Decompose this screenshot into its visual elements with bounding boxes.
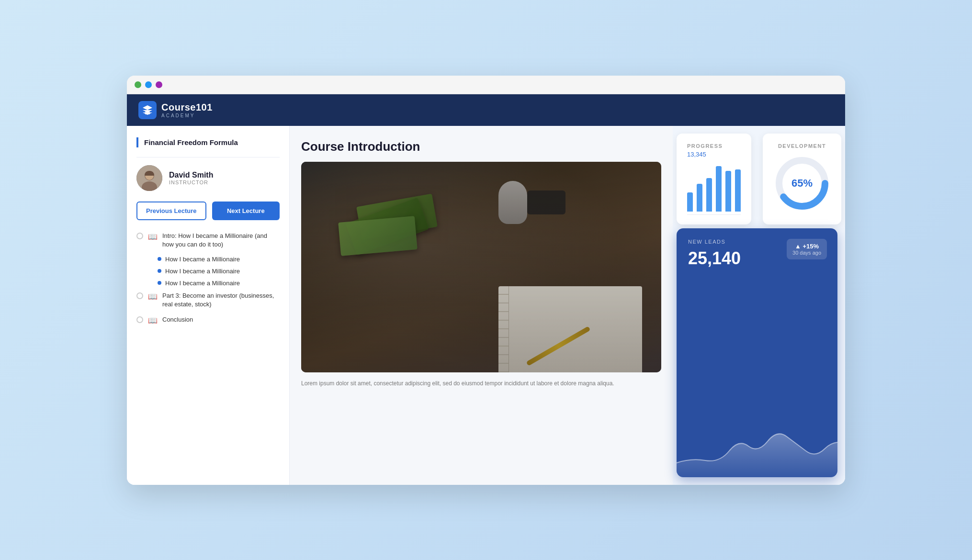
sub-item-1: How I became a Millionaire — [158, 256, 280, 263]
sidebar: Financial Freedom Formula — [127, 126, 290, 485]
outline-section-1: 📖 Intro: How I became a Millionaire (and… — [136, 232, 280, 249]
dev-widget: DEVELOPMENT 65% — [763, 134, 841, 224]
badge-days: 30 days ago — [792, 250, 821, 256]
avatar — [136, 165, 162, 191]
svg-rect-1 — [145, 112, 150, 114]
instructor-block: David Smith INSTRUCTOR — [136, 165, 280, 191]
sub-items-1: How I became a Millionaire How I became … — [158, 256, 280, 287]
outline-section-2: 📖 Part 3: Become an investor (businesses… — [136, 291, 280, 309]
badge-pct: ▲ +15% — [792, 243, 821, 250]
course-image-inner — [301, 162, 661, 372]
course-image — [301, 162, 661, 372]
instructor-info: David Smith INSTRUCTOR — [169, 171, 213, 185]
logo-text: Course101 ACADEMY — [161, 102, 213, 118]
app-layout: Course101 ACADEMY Financial Freedom Form… — [127, 94, 845, 485]
progress-widget: PROGRESS 13,345 — [677, 134, 751, 224]
book-icon-1: 📖 — [148, 232, 158, 241]
course-title-block: Financial Freedom Formula — [136, 137, 280, 147]
widgets-top-row: PROGRESS 13,345 — [673, 126, 845, 228]
book-icon-3: 📖 — [148, 316, 158, 325]
widgets-panel: PROGRESS 13,345 — [673, 126, 845, 485]
sub-item-text-1: How I became a Millionaire — [165, 256, 240, 263]
logo-area: Course101 ACADEMY — [138, 101, 213, 119]
right-area: Course Introduction — [290, 126, 845, 485]
sub-item-3: How I became a Millionaire — [158, 280, 280, 287]
donut-pct: 65% — [791, 177, 813, 190]
browser-chrome — [127, 76, 845, 94]
logo-brand: Course101 — [161, 102, 213, 113]
bar-3 — [706, 178, 712, 212]
sub-item-text-2: How I became a Millionaire — [165, 268, 240, 275]
bar-chart — [687, 164, 741, 212]
bar-1 — [687, 192, 693, 212]
bar-4 — [716, 166, 722, 212]
sub-item-2: How I became a Millionaire — [158, 268, 280, 275]
outline-section-3: 📖 Conclusion — [136, 315, 280, 325]
leads-badge: ▲ +15% 30 days ago — [787, 239, 827, 259]
course-viewer-title: Course Introduction — [301, 139, 661, 154]
section-text-3: Conclusion — [162, 315, 193, 324]
section-text-1: Intro: How I became a Millionaire (and h… — [162, 232, 280, 249]
section-radio-2[interactable] — [136, 292, 143, 299]
book-icon-2: 📖 — [148, 292, 158, 301]
course-viewer: Course Introduction — [290, 126, 673, 485]
image-overlay — [301, 162, 661, 372]
prev-lecture-button[interactable]: Previous Lecture — [136, 202, 206, 220]
instructor-name: David Smith — [169, 171, 213, 179]
next-lecture-button[interactable]: Next Lecture — [212, 202, 280, 220]
progress-label: PROGRESS — [687, 143, 741, 149]
dev-label: DEVELOPMENT — [778, 143, 826, 149]
top-nav: Course101 ACADEMY — [127, 94, 845, 126]
section-text-2: Part 3: Become an investor (businesses, … — [162, 291, 280, 309]
lecture-buttons: Previous Lecture Next Lecture — [136, 202, 280, 220]
bar-2 — [697, 184, 702, 212]
donut-container: 65% — [773, 155, 831, 212]
chart-baseline — [687, 214, 741, 215]
dot-blue — [145, 81, 152, 88]
course-title: Financial Freedom Formula — [144, 137, 280, 147]
course-description: Lorem ipsum dolor sit amet, consectetur … — [301, 379, 661, 388]
leads-area-chart — [677, 425, 837, 477]
bullet-2 — [158, 269, 161, 273]
divider-1 — [136, 157, 280, 157]
bar-5 — [725, 171, 731, 212]
dot-green — [135, 81, 141, 88]
bar-6 — [735, 169, 741, 212]
bullet-1 — [158, 257, 161, 261]
sub-item-text-3: How I became a Millionaire — [165, 280, 240, 287]
section-radio-3[interactable] — [136, 316, 143, 323]
logo-icon — [138, 101, 157, 119]
leads-widget: NEW LEADS 25,140 ▲ +15% 30 days ago — [677, 228, 837, 477]
section-radio-1[interactable] — [136, 233, 143, 239]
dot-purple — [156, 81, 162, 88]
course-outline: 📖 Intro: How I became a Millionaire (and… — [136, 232, 280, 325]
main-content: Financial Freedom Formula — [127, 126, 845, 485]
progress-count: 13,345 — [687, 151, 741, 158]
instructor-role: INSTRUCTOR — [169, 179, 213, 185]
browser-window: Course101 ACADEMY Financial Freedom Form… — [127, 76, 845, 485]
bullet-3 — [158, 281, 161, 285]
logo-sub: ACADEMY — [161, 113, 213, 118]
svg-point-0 — [146, 106, 149, 109]
